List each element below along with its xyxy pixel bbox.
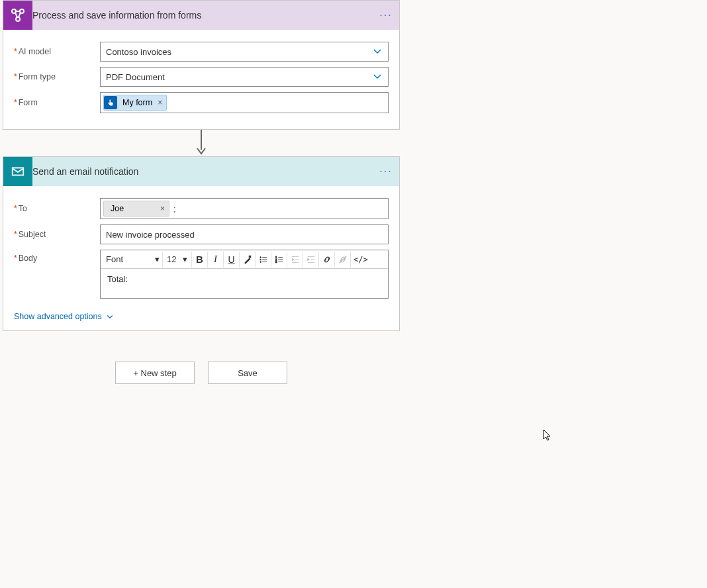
form-input[interactable]: My form × [100, 92, 389, 113]
remove-token-icon[interactable]: × [155, 98, 165, 107]
to-label: *To [14, 204, 100, 213]
outdent-button[interactable] [287, 252, 303, 268]
body-row: *Body Font▾ 12▾ B I U [14, 250, 389, 299]
subject-row: *Subject [14, 224, 389, 244]
font-size-select[interactable]: 12▾ [163, 252, 192, 268]
recipient-separator: ; [171, 204, 179, 214]
step2-body: *To Joe × ; *Subject *Body [3, 186, 399, 307]
body-label: *Body [14, 250, 100, 263]
chevron-down-icon [106, 313, 114, 320]
body-textarea[interactable]: Total: [101, 269, 388, 298]
svg-point-2 [16, 17, 20, 21]
svg-text:3: 3 [275, 260, 277, 264]
rte-toolbar: Font▾ 12▾ B I U [101, 250, 388, 269]
bullet-list-button[interactable] [256, 252, 271, 268]
step2-menu-button[interactable]: ··· [373, 166, 399, 177]
svg-point-10 [259, 261, 261, 262]
code-view-button[interactable]: </> [351, 252, 371, 268]
font-family-select[interactable]: Font▾ [103, 252, 163, 268]
subject-label: *Subject [14, 230, 100, 239]
bold-button[interactable]: B [192, 252, 208, 268]
mail-icon [3, 157, 32, 186]
step1-header[interactable]: Process and save information from forms … [3, 1, 399, 30]
mouse-cursor-icon [543, 429, 553, 442]
link-button[interactable] [319, 252, 335, 268]
touch-icon [104, 96, 117, 109]
chevron-down-icon [372, 71, 383, 83]
svg-point-6 [259, 256, 261, 258]
form-type-label: *Form type [14, 72, 100, 81]
to-token-text: Joe [108, 204, 126, 213]
step-process-forms: Process and save information from forms … [3, 0, 400, 130]
form-row: *Form My form × [14, 92, 389, 113]
form-type-row: *Form type PDF Document [14, 67, 389, 87]
step-send-email: Send an email notification ··· *To Joe ×… [3, 156, 400, 331]
ai-model-label: *AI model [14, 47, 100, 56]
ai-model-select[interactable]: Contoso invoices [100, 42, 389, 62]
form-label: *Form [14, 98, 100, 107]
ai-model-row: *AI model Contoso invoices [14, 42, 389, 62]
underline-button[interactable]: U [224, 252, 240, 268]
remove-token-icon[interactable]: × [158, 204, 167, 213]
arrow-down-icon [195, 130, 208, 156]
unlink-button[interactable] [335, 252, 351, 268]
font-color-button[interactable] [240, 252, 256, 268]
form-token[interactable]: My form × [103, 95, 167, 111]
number-list-button[interactable]: 123 [271, 252, 287, 268]
save-button[interactable]: Save [208, 362, 287, 384]
italic-button[interactable]: I [208, 252, 224, 268]
flow-connector [3, 130, 400, 156]
to-token[interactable]: Joe × [103, 201, 169, 217]
step1-title: Process and save information from forms [32, 10, 373, 21]
ai-model-value: Contoso invoices [106, 47, 171, 57]
chevron-down-icon [372, 46, 383, 58]
form-type-select[interactable]: PDF Document [100, 67, 389, 87]
step2-title: Send an email notification [32, 166, 373, 177]
body-editor: Font▾ 12▾ B I U [100, 250, 389, 299]
new-step-button[interactable]: + New step [115, 362, 195, 384]
footer-buttons: + New step Save [115, 362, 707, 384]
form-type-value: PDF Document [106, 72, 165, 82]
step1-menu-button[interactable]: ··· [373, 9, 399, 21]
step1-body: *AI model Contoso invoices *Form type PD… [3, 30, 399, 129]
to-row: *To Joe × ; [14, 198, 389, 219]
indent-button[interactable] [303, 252, 319, 268]
svg-rect-5 [248, 255, 251, 258]
form-token-text: My form [120, 98, 155, 107]
subject-input[interactable] [100, 224, 389, 244]
svg-point-8 [259, 259, 261, 260]
step2-header[interactable]: Send an email notification ··· [3, 157, 399, 186]
show-advanced-options[interactable]: Show advanced options [3, 307, 399, 330]
ai-builder-icon [3, 1, 32, 30]
to-input[interactable]: Joe × ; [100, 198, 389, 219]
